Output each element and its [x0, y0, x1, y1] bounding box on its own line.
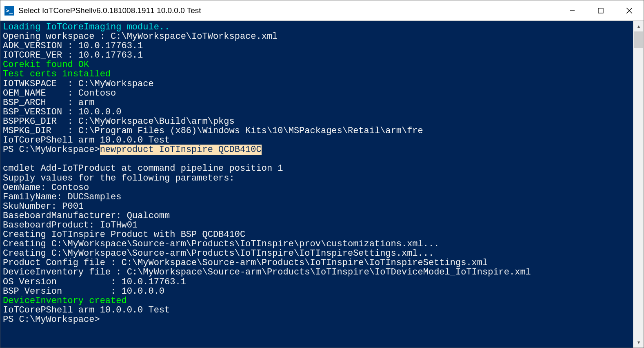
terminal-line: Creating IoTInspire Product with BSP QCD… [3, 230, 245, 240]
terminal-line: IOTWKSPACE : C:\MyWorkspace [3, 79, 154, 89]
scroll-down-icon[interactable]: ▾ [633, 337, 644, 348]
command-highlight: newproduct [100, 145, 154, 155]
prompt[interactable]: PS C:\MyWorkspace> [3, 315, 100, 325]
terminal-line: Creating C:\MyWorkspace\Source-arm\Produ… [3, 239, 439, 249]
maximize-button[interactable] [586, 0, 615, 20]
terminal-line: IOTCORE_VER : 10.0.17763.1 [3, 50, 143, 60]
terminal-line: Supply values for the following paramete… [3, 173, 235, 183]
terminal-line: ADK_VERSION : 10.0.17763.1 [3, 41, 143, 51]
terminal-line: DeviceInventory file : C:\MyWorkspace\So… [3, 267, 531, 277]
terminal-line: FamilyName: DUCSamples [3, 192, 121, 202]
terminal-line: BSPPKG_DIR : C:\MyWorkspace\Build\arm\pk… [3, 116, 235, 127]
terminal-output[interactable]: Loading IoTCoreImaging module.. Opening … [0, 21, 633, 348]
powershell-icon: >_ [4, 6, 14, 16]
scroll-thumb[interactable] [634, 31, 643, 48]
terminal-line: Opening workspace : C:\MyWorkspace\IoTWo… [3, 31, 278, 42]
prompt: PS C:\MyWorkspace> [3, 145, 100, 155]
terminal-line: BaseboardManufacturer: Qualcomm [3, 211, 170, 221]
terminal-line: Loading IoTCoreImaging module.. [3, 22, 170, 32]
terminal-line: Corekit found OK [3, 60, 89, 70]
scrollbar[interactable]: ▴ ▾ [633, 21, 644, 348]
terminal-line: MSPKG_DIR : C:\Program Files (x86)\Windo… [3, 126, 423, 136]
svg-rect-1 [598, 8, 603, 13]
close-button[interactable] [615, 0, 644, 20]
scroll-up-icon[interactable]: ▴ [633, 21, 644, 31]
terminal-line: BSP_ARCH : arm [3, 98, 94, 108]
command-highlight: IoTInspire QCDB410C [154, 145, 262, 155]
minimize-button[interactable] [558, 0, 586, 20]
terminal-line: IoTCorePShell arm 10.0.0.0 Test [3, 135, 170, 145]
terminal-line: BaseboardProduct: IoTHw01 [3, 220, 138, 230]
window-title: Select IoTCorePShellv6.0.181008.1911 10.… [18, 6, 558, 15]
terminal-line: BSP Version : 10.0.0.0 [3, 286, 164, 297]
titlebar[interactable]: >_ Select IoTCorePShellv6.0.181008.1911 … [0, 0, 644, 21]
terminal-line: OS Version : 10.0.17763.1 [3, 277, 186, 287]
terminal-line: OEM_NAME : Contoso [3, 88, 116, 98]
terminal-line: DeviceInventory created [3, 296, 127, 306]
terminal-line: IoTCorePShell arm 10.0.0.0 Test [3, 305, 170, 315]
terminal-line: Test certs installed [3, 69, 111, 79]
terminal-line: BSP_VERSION : 10.0.0.0 [3, 107, 121, 117]
terminal-line: SkuNumber: P001 [3, 201, 84, 212]
terminal-line: OemName: Contoso [3, 183, 89, 193]
window-controls [558, 0, 644, 20]
terminal-line: Creating C:\MyWorkspace\Source-arm\Produ… [3, 248, 434, 259]
terminal-line: cmdlet Add-IoTProduct at command pipelin… [3, 163, 283, 174]
terminal-line: Product Config file : C:\MyWorkspace\Sou… [3, 258, 488, 268]
